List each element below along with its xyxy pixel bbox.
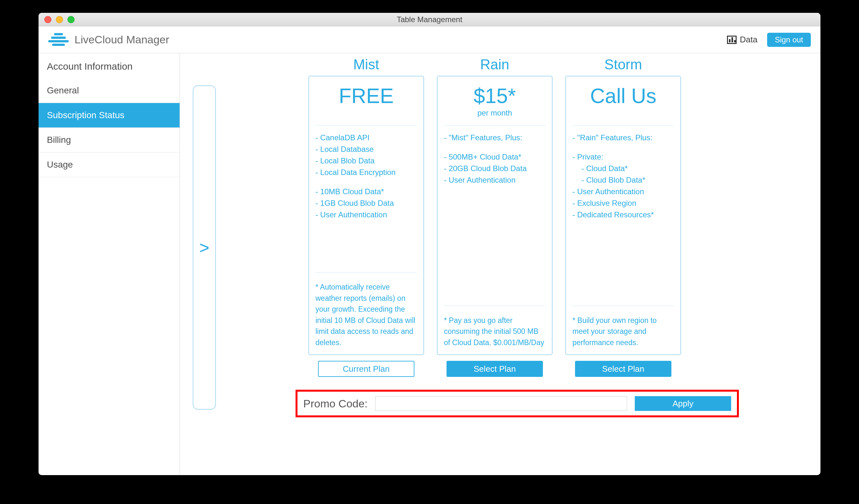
expand-handle[interactable]: > (193, 85, 216, 410)
plan-price-sub (572, 109, 674, 119)
sidebar-item-billing[interactable]: Billing (39, 128, 180, 153)
plan-price-sub: per month (444, 109, 545, 119)
bar-chart-icon (727, 36, 737, 44)
plan-note: * Pay as you go after consuming the init… (444, 315, 545, 348)
sidebar-heading: Account Information (39, 53, 180, 78)
plan-price: FREE (315, 84, 417, 108)
window-controls (39, 16, 75, 23)
plan-title: Mist (353, 57, 379, 73)
minimize-window-button[interactable] (56, 16, 63, 23)
current-plan-button[interactable]: Current Plan (318, 361, 415, 377)
sidebar-item-usage[interactable]: Usage (39, 153, 180, 177)
app-window: Table Management LiveCloud Manager Data … (39, 13, 820, 475)
divider (572, 305, 674, 306)
divider (444, 125, 545, 126)
close-window-button[interactable] (44, 16, 51, 23)
plan-card-mist: FREE - CanelaDB API - Local Database - L… (308, 76, 424, 355)
window-title: Table Management (39, 15, 820, 24)
titlebar: Table Management (39, 13, 820, 26)
plan-note: * Automatically receive weather reports … (315, 282, 417, 348)
divider (315, 125, 417, 126)
app-body: Account Information General Subscription… (39, 53, 820, 475)
plan-title: Storm (604, 57, 642, 73)
promo-code-input[interactable] (375, 396, 627, 411)
plan-card-rain: $15* per month - "Mist" Features, Plus: … (437, 76, 553, 355)
select-plan-button[interactable]: Select Plan (447, 361, 543, 377)
plan-price: Call Us (572, 84, 674, 108)
zoom-window-button[interactable] (67, 16, 75, 23)
app-header: LiveCloud Manager Data Sign out (39, 26, 820, 53)
promo-code-label: Promo Code: (303, 397, 367, 410)
plan-column-storm: Storm Call Us - "Rain" Features, Plus: -… (566, 57, 681, 377)
apply-button[interactable]: Apply (635, 396, 731, 411)
plan-title: Rain (480, 57, 510, 73)
plans-row: Mist FREE - CanelaDB API - Local Databas… (308, 57, 808, 377)
plan-price: $15* (444, 84, 545, 108)
app-name: LiveCloud Manager (75, 33, 169, 46)
divider (444, 305, 545, 306)
sidebar: Account Information General Subscription… (39, 53, 180, 475)
sidebar-item-general[interactable]: General (39, 78, 180, 103)
promo-code-row-highlighted: Promo Code: Apply (296, 390, 739, 417)
plan-features: - "Mist" Features, Plus: - 500MB+ Cloud … (444, 132, 545, 186)
plan-column-mist: Mist FREE - CanelaDB API - Local Databas… (308, 57, 424, 377)
divider (315, 272, 417, 272)
plan-note: * Build your own region to meet your sto… (572, 315, 674, 348)
plan-card-storm: Call Us - "Rain" Features, Plus: - Priva… (566, 76, 681, 355)
plan-column-rain: Rain $15* per month - "Mist" Features, P… (437, 57, 553, 377)
data-nav-link[interactable]: Data (727, 35, 757, 45)
divider (572, 125, 674, 126)
chevron-right-icon: > (199, 238, 209, 257)
sign-out-button[interactable]: Sign out (767, 33, 811, 47)
plan-features: - CanelaDB API - Local Database - Local … (315, 132, 417, 221)
plan-price-sub (315, 109, 417, 119)
data-nav-label: Data (740, 35, 757, 45)
logo-icon (48, 33, 69, 47)
main-content: > Mist FREE - CanelaDB API - Local Datab… (180, 53, 820, 475)
plan-features: - "Rain" Features, Plus: - Private: - Cl… (572, 132, 674, 221)
logo: LiveCloud Manager (48, 33, 169, 47)
select-plan-button[interactable]: Select Plan (575, 361, 672, 377)
sidebar-item-subscription-status[interactable]: Subscription Status (39, 103, 180, 128)
